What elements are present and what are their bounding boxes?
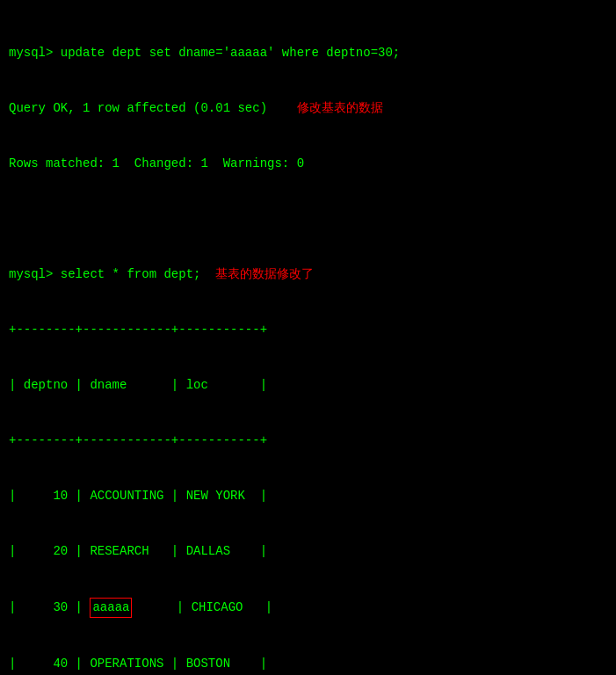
row-2: | 20 | RESEARCH | DALLAS |	[9, 542, 607, 561]
row-4: | 40 | OPERATIONS | BOSTON |	[9, 655, 607, 673]
row-1: | 10 | ACCOUNTING | NEW YORK |	[9, 487, 607, 505]
line-3: Rows matched: 1 Changed: 1 Warnings: 0	[9, 155, 607, 173]
command-text: mysql> update dept set dname='aaaaa' whe…	[9, 46, 400, 60]
annotation-1: 修改基表的数据	[297, 101, 383, 115]
row-3: | 30 | aaaaa | CHICAGO |	[9, 598, 607, 618]
terminal-output: mysql> update dept set dname='aaaaa' whe…	[9, 7, 607, 675]
blank-1	[9, 210, 607, 229]
header-1: | deptno | dname | loc |	[9, 376, 607, 395]
line-2: Query OK, 1 row affected (0.01 sec) 修改基表…	[9, 99, 607, 118]
highlight-aaaaa-1: aaaaa	[90, 598, 132, 618]
annotation-2: 基表的数据修改了	[215, 267, 314, 281]
line-4: mysql> select * from dept; 基表的数据修改了	[9, 265, 607, 284]
command-text-2: mysql> select * from dept;	[9, 267, 215, 281]
line-1: mysql> update dept set dname='aaaaa' whe…	[9, 44, 607, 62]
border-2: +--------+------------+-----------+	[9, 432, 607, 450]
border-1: +--------+------------+-----------+	[9, 321, 607, 339]
output-text: Query OK, 1 row affected (0.01 sec)	[9, 101, 297, 115]
